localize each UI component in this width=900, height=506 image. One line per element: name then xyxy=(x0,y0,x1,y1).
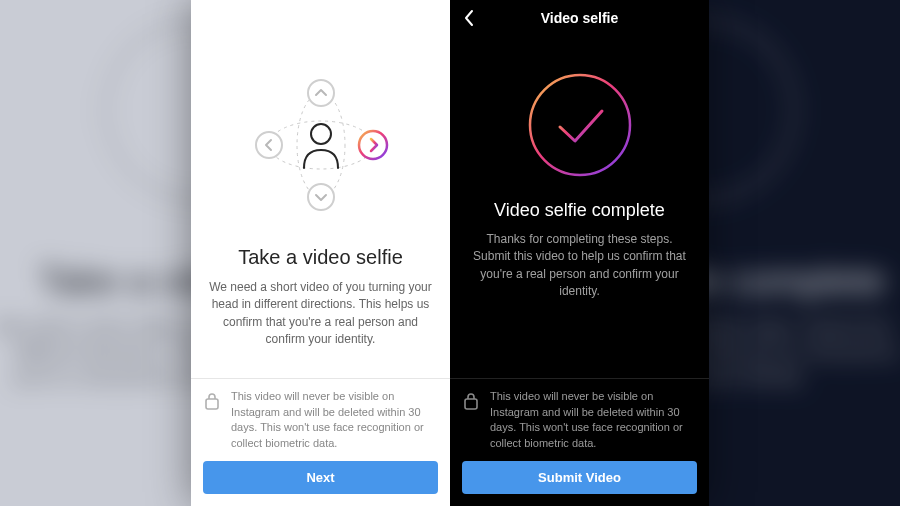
turn-head-icon xyxy=(246,70,396,220)
topbar-title: Video selfie xyxy=(541,10,619,26)
page-title: Take a video selfie xyxy=(191,246,450,269)
svg-point-4 xyxy=(256,132,282,158)
svg-point-5 xyxy=(359,131,387,159)
back-button[interactable] xyxy=(460,8,480,28)
svg-point-2 xyxy=(308,80,334,106)
svg-point-3 xyxy=(308,184,334,210)
page-description: Thanks for completing these steps. Submi… xyxy=(450,221,709,301)
pane-video-complete: Video selfie Video selfie complete Thank… xyxy=(450,0,709,506)
hero-illustration-complete xyxy=(450,36,709,196)
chevron-left-icon xyxy=(460,8,480,28)
hero-illustration-turn-head xyxy=(191,36,450,236)
privacy-notice: This video will never be visible on Inst… xyxy=(462,389,697,451)
pane-take-video: Take a video selfie We need a short vide… xyxy=(191,0,450,506)
success-check-icon xyxy=(520,65,640,185)
topbar-left xyxy=(191,0,450,36)
topbar-right: Video selfie xyxy=(450,0,709,36)
privacy-notice-text: This video will never be visible on Inst… xyxy=(490,389,697,451)
svg-point-8 xyxy=(530,75,630,175)
phone-screens: Take a video selfie We need a short vide… xyxy=(191,0,709,506)
svg-rect-7 xyxy=(206,399,218,409)
svg-point-6 xyxy=(311,124,331,144)
lock-icon xyxy=(462,389,480,415)
privacy-notice-text: This video will never be visible on Inst… xyxy=(231,389,438,451)
page-title: Video selfie complete xyxy=(450,200,709,221)
privacy-notice: This video will never be visible on Inst… xyxy=(203,389,438,451)
svg-rect-9 xyxy=(465,399,477,409)
next-button[interactable]: Next xyxy=(203,461,438,494)
page-description: We need a short video of you turning you… xyxy=(191,269,450,349)
submit-video-button[interactable]: Submit Video xyxy=(462,461,697,494)
lock-icon xyxy=(203,389,221,415)
